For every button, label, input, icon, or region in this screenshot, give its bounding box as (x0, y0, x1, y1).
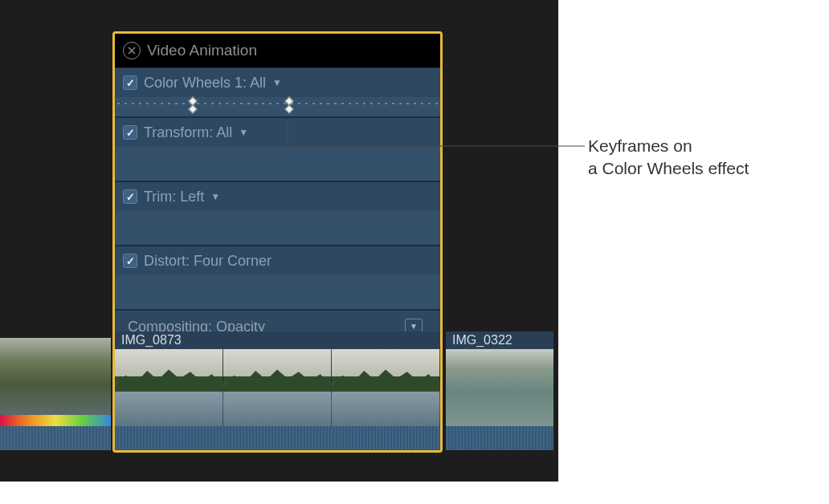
callout-leader-line (0, 0, 829, 504)
callout-line-1: Keyframes on (588, 135, 749, 157)
callout-line-2: a Color Wheels effect (588, 157, 749, 180)
callout-annotation: Keyframes on a Color Wheels effect (588, 135, 749, 181)
